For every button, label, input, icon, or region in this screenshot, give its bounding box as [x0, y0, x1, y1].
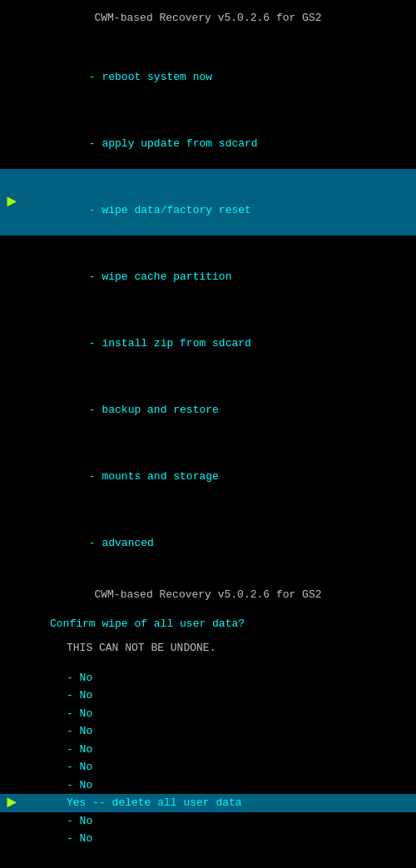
- title-2: CWM-based Recovery v5.0.2.6 for GS2: [0, 583, 416, 604]
- section2: CWM-based Recovery v5.0.2.6 for GS2 Conf…: [0, 577, 416, 865]
- menu-label: - reboot system now: [76, 71, 212, 83]
- menu-label: - backup and restore: [76, 404, 219, 416]
- no-item-8[interactable]: - No: [0, 812, 416, 831]
- no-item-7[interactable]: - No: [0, 776, 416, 795]
- no-item-9[interactable]: - No: [0, 830, 416, 848]
- menu-label: - mounts and storage: [76, 470, 219, 483]
- title-1: CWM-based Recovery v5.0.2.6 for GS2: [0, 7, 416, 27]
- confirm-warning-2: THIS CAN NOT BE UNDONE.: [0, 637, 416, 661]
- yes-delete-all[interactable]: ► Yes -- delete all user data: [0, 794, 416, 812]
- menu-advanced-1[interactable]: ► - advanced: [0, 502, 416, 568]
- menu-install-zip-1[interactable]: ► - install zip from sdcard: [0, 302, 416, 369]
- menu-label: - apply update from sdcard: [76, 137, 257, 150]
- menu-mounts-1[interactable]: ► - mounts and storage: [0, 435, 416, 502]
- section1: CWM-based Recovery v5.0.2.6 for GS2 ► - …: [0, 0, 416, 577]
- menu-label: - wipe data/factory reset: [76, 204, 251, 216]
- yes-label: Yes -- delete all user data: [67, 796, 242, 809]
- menu-label: - wipe cache partition: [76, 270, 231, 283]
- menu-backup-1[interactable]: ► - backup and restore: [0, 369, 416, 435]
- menu-wipe-cache-1[interactable]: ► - wipe cache partition: [0, 236, 416, 302]
- no-item-6[interactable]: - No: [0, 758, 416, 776]
- menu-label: - advanced: [76, 537, 154, 549]
- no-item-4[interactable]: - No: [0, 722, 416, 741]
- menu-reboot-1[interactable]: ► - reboot system now: [0, 36, 416, 102]
- no-item-1[interactable]: - No: [0, 669, 416, 687]
- menu-wipe-data-1[interactable]: ► - wipe data/factory reset: [0, 169, 416, 236]
- arrow-icon: ►: [7, 190, 17, 215]
- no-item-5[interactable]: - No: [0, 741, 416, 759]
- no-item-3[interactable]: - No: [0, 705, 416, 723]
- menu-label: - install zip from sdcard: [76, 337, 251, 350]
- confirm-header-2: Confirm wipe of all user data?: [0, 613, 416, 637]
- menu-apply-1[interactable]: ► - apply update from sdcard: [0, 102, 416, 169]
- arrow-icon: ►: [7, 791, 17, 816]
- no-item-2[interactable]: - No: [0, 687, 416, 705]
- section3: CWM-based Recovery v5.0.2.6 for GS2 ► - …: [0, 865, 416, 868]
